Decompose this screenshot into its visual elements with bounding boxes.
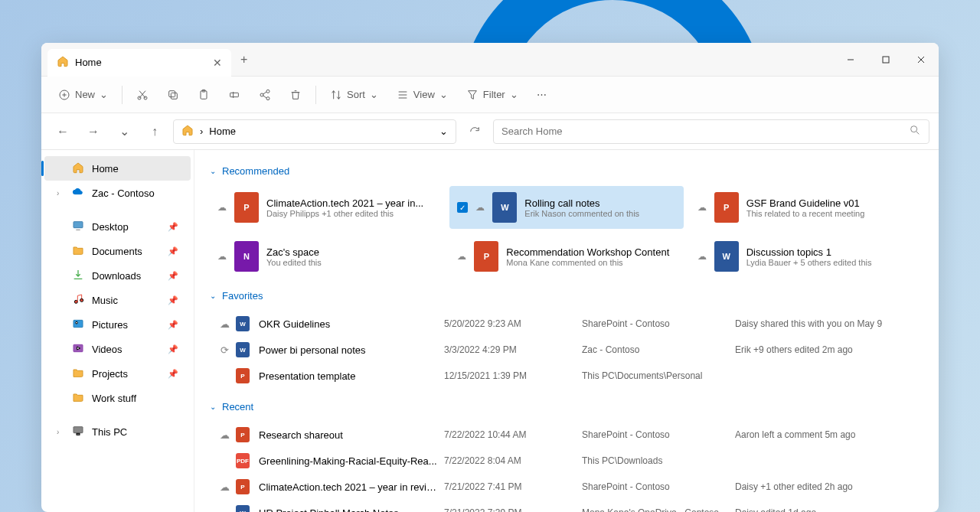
new-button[interactable]: New ⌄	[51, 84, 116, 106]
folder-icon	[72, 391, 84, 406]
view-button[interactable]: View ⌄	[389, 84, 456, 106]
paste-button[interactable]	[190, 84, 217, 106]
cloud-icon: ☁	[217, 202, 227, 213]
svg-rect-40	[74, 426, 83, 432]
svg-marker-29	[468, 90, 476, 99]
sidebar-item-documents[interactable]: Documents 📌	[44, 239, 191, 263]
file-row[interactable]: ☁ P Research shareout 7/22/2022 10:44 AM…	[210, 422, 923, 448]
recent-button[interactable]: ⌄	[112, 119, 136, 144]
section-favorites[interactable]: ⌄ Favorites	[210, 290, 923, 302]
tab-close-button[interactable]: ✕	[213, 57, 222, 69]
address-bar: ← → ⌄ ↑ › Home ⌄	[41, 113, 939, 150]
file-name: UR Project Pinball March Notes	[259, 507, 444, 513]
up-button[interactable]: ↑	[142, 119, 167, 144]
copy-button[interactable]	[159, 84, 187, 106]
svg-rect-1	[883, 57, 889, 63]
chevron-down-icon: ⌄	[210, 292, 216, 300]
home-icon	[72, 161, 84, 176]
file-row[interactable]: ☁ W OKR Guidelines 5/20/2022 9:23 AM Sha…	[210, 311, 923, 337]
chevron-down-icon[interactable]: ⌄	[439, 126, 448, 137]
breadcrumb[interactable]: › Home ⌄	[173, 119, 456, 144]
recommended-item[interactable]: ☁ P ClimateAction.tech 2021 – year in...…	[210, 186, 443, 229]
pin-icon: 📌	[168, 222, 178, 232]
file-name: ClimateAction.tech 2021 – year in review	[259, 481, 444, 493]
refresh-button[interactable]	[462, 119, 487, 144]
file-row[interactable]: ⟳ W Power bi personal notes 3/3/2022 4:2…	[210, 337, 923, 363]
sidebar-item-label: Work stuff	[92, 393, 136, 404]
file-row[interactable]: ☁ W UR Project Pinball March Notes 7/21/…	[210, 500, 923, 512]
file-name: Research shareout	[259, 429, 444, 441]
chevron-down-icon: ⌄	[510, 89, 518, 100]
file-name: Power bi personal notes	[259, 344, 444, 356]
toolbar: New ⌄ Sort ⌄ View ⌄ Filter ⌄ ⋯	[41, 77, 939, 113]
checkbox-icon[interactable]: ✓	[457, 202, 468, 213]
cloud-icon: ☁	[457, 251, 466, 262]
file-row[interactable]: PDF Greenlining-Making-Racial-Equity-Rea…	[210, 448, 923, 474]
wd-file-icon: W	[714, 241, 739, 272]
pc-icon	[72, 425, 84, 439]
file-date: 7/22/2022 10:44 AM	[444, 429, 582, 440]
new-tab-button[interactable]: +	[240, 53, 247, 67]
filter-button[interactable]: Filter ⌄	[459, 84, 526, 106]
search-input[interactable]	[501, 126, 909, 137]
more-button[interactable]: ⋯	[529, 84, 554, 105]
svg-line-20	[263, 92, 266, 94]
pp-file-icon: P	[714, 192, 739, 223]
delete-button[interactable]	[282, 84, 309, 106]
videos-icon	[72, 342, 84, 357]
pp-file-icon: P	[236, 427, 250, 442]
status-icon: ☁	[213, 318, 236, 330]
pin-icon: 📌	[168, 295, 178, 305]
tab-home[interactable]: Home ✕	[47, 49, 231, 77]
file-name: Greenlining-Making-Racial-Equity-Rea...	[259, 455, 444, 467]
section-recent[interactable]: ⌄ Recent	[210, 401, 923, 413]
cut-button[interactable]	[129, 84, 156, 106]
file-subtitle: You edited this	[266, 258, 436, 267]
sidebar-item-desktop[interactable]: Desktop 📌	[44, 214, 191, 239]
sidebar-item-label: Music	[92, 295, 118, 306]
sidebar-item-work-stuff[interactable]: Work stuff	[44, 386, 191, 410]
sidebar-item-home[interactable]: Home	[44, 156, 191, 181]
file-location: SharePoint - Contoso	[582, 429, 735, 440]
pin-icon: 📌	[168, 369, 178, 379]
sort-button[interactable]: Sort ⌄	[322, 84, 386, 106]
sidebar-item-label: Pictures	[92, 319, 128, 331]
pin-icon: 📌	[168, 344, 178, 354]
file-subtitle: Lydia Bauer + 5 others edited this	[746, 258, 916, 267]
recommended-item[interactable]: ✓ ☁ W Rolling call notes Erik Nason comm…	[449, 186, 683, 229]
sidebar-item-this-pc[interactable]: › This PC	[44, 419, 191, 444]
file-subtitle: Daisy Philipps +1 other edited this	[266, 209, 436, 218]
sidebar-item-label: This PC	[92, 426, 127, 438]
close-button[interactable]	[903, 43, 939, 77]
file-row[interactable]: ☁ P ClimateAction.tech 2021 – year in re…	[210, 474, 923, 500]
window-controls	[833, 43, 939, 77]
file-activity: Daisy shared this with you on May 9	[735, 318, 920, 329]
svg-rect-32	[74, 221, 83, 227]
minimize-button[interactable]	[833, 43, 868, 77]
svg-point-34	[74, 300, 77, 303]
recommended-item[interactable]: ☁ P GSF Brand Guideline v01 This related…	[690, 186, 923, 229]
search-box[interactable]	[493, 119, 929, 144]
share-button[interactable]	[251, 84, 279, 106]
recommended-item[interactable]: ☁ N Zac's space You edited this	[210, 235, 443, 278]
status-icon: ☁	[213, 507, 236, 513]
sidebar-item-pictures[interactable]: Pictures 📌	[44, 312, 191, 337]
folder-icon	[72, 367, 84, 381]
rename-button[interactable]	[220, 84, 248, 106]
back-button[interactable]: ←	[51, 119, 75, 144]
forward-button[interactable]: →	[81, 119, 106, 144]
sidebar-item-music[interactable]: Music 📌	[44, 288, 191, 312]
sidebar-item-projects[interactable]: Projects 📌	[44, 361, 191, 386]
recommended-item[interactable]: ☁ P Recommendation Workshop Content Mona…	[449, 235, 683, 278]
file-location: Zac - Contoso	[582, 344, 735, 355]
sidebar-item-zac-contoso[interactable]: › Zac - Contoso	[44, 181, 191, 205]
home-icon	[57, 55, 69, 70]
section-recommended[interactable]: ⌄ Recommended	[210, 165, 923, 177]
sidebar-item-videos[interactable]: Videos 📌	[44, 337, 191, 361]
sidebar-item-downloads[interactable]: Downloads 📌	[44, 263, 191, 288]
file-row[interactable]: P Presentation template 12/15/2021 1:39 …	[210, 363, 923, 389]
maximize-button[interactable]	[868, 43, 903, 77]
cloud-icon: ☁	[697, 251, 707, 262]
recommended-item[interactable]: ☁ W Discussion topics 1 Lydia Bauer + 5 …	[690, 235, 923, 278]
expand-icon: ›	[57, 428, 64, 436]
